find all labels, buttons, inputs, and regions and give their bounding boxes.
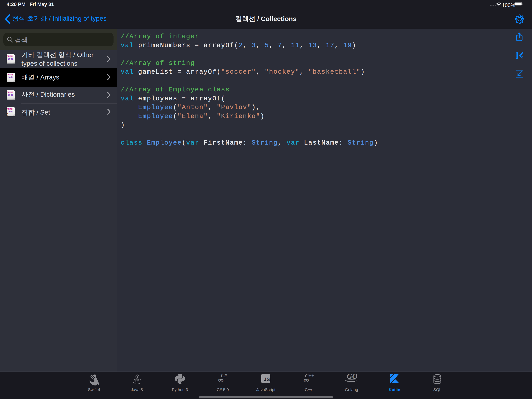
- svg-text:code: code: [8, 110, 13, 113]
- svg-text:func{: func{: [7, 73, 13, 76]
- svg-text:JS: JS: [264, 376, 270, 382]
- svg-text:}: }: [7, 96, 8, 99]
- svg-text:code: code: [8, 76, 13, 78]
- svg-text:GO: GO: [347, 373, 358, 380]
- svg-text:∞: ∞: [303, 375, 309, 384]
- svg-text:code: code: [8, 94, 13, 96]
- svg-text:}: }: [7, 60, 8, 63]
- svg-text:}: }: [7, 78, 8, 81]
- svg-text:func{: func{: [7, 91, 13, 94]
- svg-text:func{: func{: [7, 108, 13, 110]
- svg-text:func{: func{: [7, 55, 13, 58]
- svg-text:code: code: [8, 58, 13, 60]
- svg-text:}: }: [7, 113, 8, 116]
- svg-text:∞: ∞: [218, 375, 224, 384]
